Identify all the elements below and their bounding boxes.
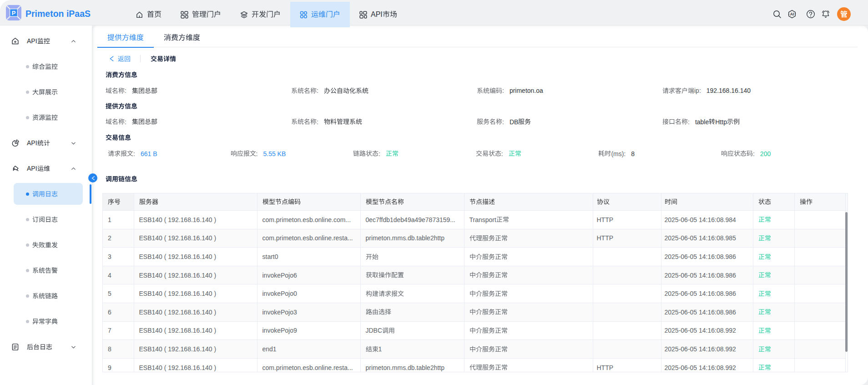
svg-text:P: P xyxy=(12,10,16,16)
svg-text:AI: AI xyxy=(790,12,794,16)
